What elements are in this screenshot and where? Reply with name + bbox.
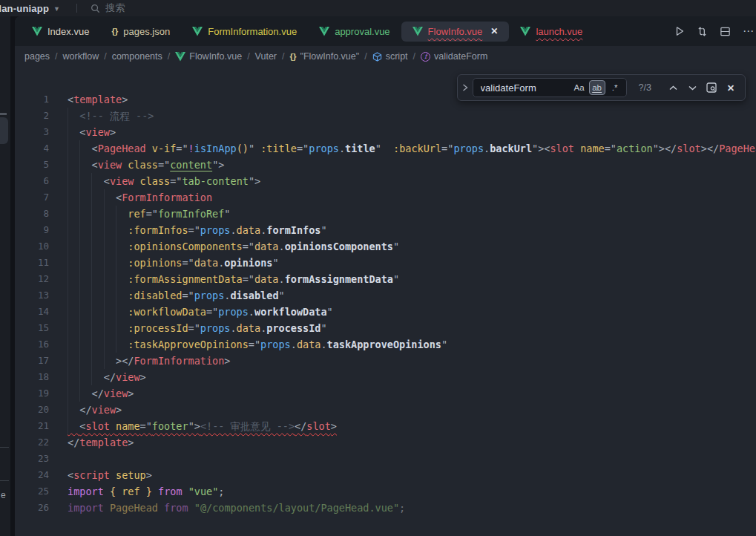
vue-icon bbox=[32, 27, 42, 36]
line-number[interactable]: 24 bbox=[15, 467, 49, 483]
code-text: :processId="props.data.processId" bbox=[68, 322, 327, 334]
line-content: <FormInformation bbox=[49, 189, 756, 206]
line-number[interactable]: 3 bbox=[15, 124, 49, 140]
regex-button[interactable]: .* bbox=[607, 80, 623, 95]
indent-guide bbox=[91, 255, 92, 271]
line-number[interactable]: 7 bbox=[15, 189, 49, 206]
breadcrumb-item-script[interactable]: script bbox=[372, 51, 408, 62]
breadcrumb-item-vuter[interactable]: Vuter bbox=[255, 51, 277, 62]
line-number[interactable]: 8 bbox=[15, 206, 49, 222]
line-number[interactable]: 5 bbox=[15, 157, 49, 173]
sidebar-clipped-text: e bbox=[1, 490, 6, 500]
line-content: :formInfos="props.data.formInfos" bbox=[49, 222, 756, 238]
project-switcher[interactable]: dan-uniapp ▼ bbox=[0, 3, 60, 14]
line-number[interactable]: 13 bbox=[15, 287, 49, 304]
line-number[interactable]: 2 bbox=[15, 108, 49, 124]
breadcrumb-item-pages[interactable]: pages bbox=[24, 51, 50, 62]
line-number[interactable]: 9 bbox=[15, 222, 49, 238]
line-number[interactable]: 17 bbox=[15, 353, 49, 369]
code-line-10[interactable]: 10 :opinionsComponents="data.opinionsCom… bbox=[15, 238, 756, 255]
breadcrumb-item-workflow[interactable]: workflow bbox=[63, 51, 99, 62]
tab-index-vue[interactable]: Index.vue bbox=[21, 22, 100, 42]
code-line-26[interactable]: 26import PageHead from "@/components/lay… bbox=[15, 500, 756, 516]
line-number[interactable]: 4 bbox=[15, 140, 49, 157]
line-number[interactable]: 19 bbox=[15, 385, 49, 402]
find-input[interactable] bbox=[481, 82, 570, 94]
tab-pages-json[interactable]: {}pages.json bbox=[100, 22, 181, 42]
code-line-25[interactable]: 25import { ref } from "vue"; bbox=[15, 483, 756, 500]
tab-bar: Index.vue{}pages.jsonFormInformation.vue… bbox=[15, 16, 756, 46]
line-content: <view class="tab-content"> bbox=[49, 173, 756, 189]
line-number[interactable]: 6 bbox=[15, 173, 49, 189]
line-number[interactable]: 12 bbox=[15, 271, 49, 287]
code-line-5[interactable]: 5 <view class="content"> bbox=[15, 157, 756, 173]
tab-launch-vue[interactable]: launch.vue bbox=[509, 22, 594, 42]
code-editor[interactable]: 1<template>2 <!-- 流程 -->3 <view>4 <PageH… bbox=[15, 67, 756, 516]
code-line-24[interactable]: 24<script setup> bbox=[15, 467, 756, 483]
indent-guide bbox=[68, 140, 68, 157]
tab-forminformation-vue[interactable]: FormInformation.vue bbox=[181, 22, 308, 42]
code-line-3[interactable]: 3 <view> bbox=[15, 124, 756, 140]
line-number[interactable]: 20 bbox=[15, 402, 49, 418]
run-button[interactable] bbox=[674, 26, 685, 36]
title-bar: dan-uniapp ▼ 搜索 bbox=[0, 0, 756, 16]
find-next-button[interactable] bbox=[684, 79, 700, 96]
tab-approval-vue[interactable]: approval.vue bbox=[308, 22, 401, 42]
code-line-16[interactable]: 16 :taskApproveOpinions="props.data.task… bbox=[15, 336, 756, 353]
tab-flowinfo-vue[interactable]: FlowInfo.vue✕ bbox=[401, 22, 510, 42]
line-number[interactable]: 10 bbox=[15, 238, 49, 255]
line-number[interactable]: 1 bbox=[15, 91, 49, 108]
code-line-23[interactable]: 23 bbox=[15, 451, 756, 467]
code-line-20[interactable]: 20 </view> bbox=[15, 402, 756, 418]
code-text: <script setup> bbox=[68, 469, 152, 481]
line-number[interactable]: 18 bbox=[15, 369, 49, 385]
line-number[interactable]: 25 bbox=[15, 483, 49, 500]
line-number[interactable]: 22 bbox=[15, 434, 49, 451]
breadcrumb-item-components[interactable]: components bbox=[112, 51, 162, 62]
code-line-7[interactable]: 7 <FormInformation bbox=[15, 189, 756, 206]
code-line-8[interactable]: 8 ref="formInfoRef" bbox=[15, 206, 756, 222]
code-line-12[interactable]: 12 :formAssignmentData="data.formAssignm… bbox=[15, 271, 756, 287]
code-line-19[interactable]: 19 </view> bbox=[15, 385, 756, 402]
code-line-13[interactable]: 13 :disabled="props.disabled" bbox=[15, 287, 756, 304]
code-line-6[interactable]: 6 <view class="tab-content"> bbox=[15, 173, 756, 189]
sidebar-edge-pill[interactable] bbox=[0, 117, 8, 144]
sidebar-edge[interactable]: e bbox=[0, 16, 10, 536]
line-number[interactable]: 15 bbox=[15, 320, 49, 336]
indent-guide bbox=[79, 157, 80, 173]
breadcrumb-item-validateform[interactable]: fvalidateForm bbox=[421, 51, 487, 62]
line-number[interactable]: 11 bbox=[15, 255, 49, 271]
line-number[interactable]: 14 bbox=[15, 304, 49, 320]
code-line-11[interactable]: 11 :opinions="data.opinions" bbox=[15, 255, 756, 271]
breadcrumb-item-flowinfo-vue[interactable]: FlowInfo.vue bbox=[175, 51, 242, 62]
find-close-button[interactable]: ✕ bbox=[723, 79, 739, 96]
find-in-selection-button[interactable] bbox=[703, 79, 720, 96]
split-editor-button[interactable] bbox=[720, 26, 731, 37]
code-line-14[interactable]: 14 :workflowData="props.workflowData" bbox=[15, 304, 756, 320]
indent-guide bbox=[79, 206, 80, 222]
line-number[interactable]: 16 bbox=[15, 336, 49, 353]
code-text: </template> bbox=[68, 437, 134, 448]
breadcrumb-item--flowinfo-vue-[interactable]: {}"FlowInfo.vue" bbox=[290, 51, 360, 62]
code-line-2[interactable]: 2 <!-- 流程 --> bbox=[15, 108, 756, 124]
more-actions-button[interactable]: ⋯ bbox=[743, 24, 755, 38]
line-number[interactable]: 26 bbox=[15, 500, 49, 516]
code-line-9[interactable]: 9 :formInfos="props.data.formInfos" bbox=[15, 222, 756, 238]
line-number[interactable]: 21 bbox=[15, 418, 49, 434]
find-expand-toggle[interactable] bbox=[458, 74, 473, 101]
code-line-15[interactable]: 15 :processId="props.data.processId" bbox=[15, 320, 756, 336]
code-line-18[interactable]: 18 </view> bbox=[15, 369, 756, 385]
code-line-21[interactable]: 21 <slot name="footer"><!-- 审批意见 --></sl… bbox=[15, 418, 756, 434]
code-line-22[interactable]: 22</template> bbox=[15, 434, 756, 451]
line-number[interactable]: 23 bbox=[15, 451, 49, 467]
code-line-17[interactable]: 17 ></FormInformation> bbox=[15, 353, 756, 369]
match-case-button[interactable]: Aa bbox=[571, 80, 588, 95]
tab-label: FlowInfo.vue bbox=[428, 26, 483, 37]
global-search[interactable]: 搜索 bbox=[91, 1, 125, 15]
find-previous-button[interactable] bbox=[665, 79, 681, 96]
code-line-4[interactable]: 4 <PageHead v-if="!isInApp()" :title="pr… bbox=[15, 140, 756, 157]
tab-close-button[interactable]: ✕ bbox=[490, 26, 498, 36]
whole-word-button[interactable]: ab bbox=[589, 80, 605, 95]
open-changes-button[interactable] bbox=[697, 26, 708, 37]
tab-label: approval.vue bbox=[335, 26, 389, 37]
